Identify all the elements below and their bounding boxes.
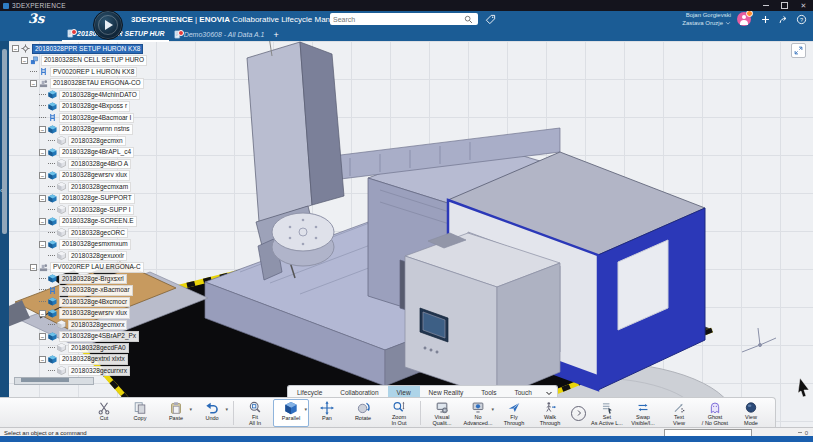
paste-button[interactable]: ▾Paste: [158, 399, 194, 427]
user-block[interactable]: Bojan Gorgievski Zastava Oruzje: [682, 11, 731, 27]
tabs-overflow-chevron[interactable]: [541, 389, 557, 397]
toolbar-button-label: All In: [249, 420, 261, 426]
tree-item[interactable]: 20180328ge4Bxposs r: [12, 101, 147, 113]
view-mode-button[interactable]: ViewMode: [733, 399, 769, 427]
expander-toggle[interactable]: −: [39, 356, 46, 363]
dropdown-arrow-icon[interactable]: ▾: [189, 406, 192, 412]
tree-connector: [39, 94, 46, 96]
tree-item[interactable]: −20180328ge4SBrAP2_Px: [12, 331, 147, 343]
set-active-button[interactable]: SetAs Active L...: [589, 399, 625, 427]
expander-toggle[interactable]: −: [12, 45, 19, 52]
minimize-button[interactable]: [756, 0, 775, 11]
tree-item[interactable]: PV0020REP L HURON KX8: [12, 66, 147, 78]
expander-toggle[interactable]: −: [39, 310, 46, 317]
tree-item[interactable]: −20180328ETAU ERGONA-CO: [12, 78, 147, 90]
tag-icon[interactable]: [484, 13, 496, 25]
tab-badge-dot: [178, 30, 184, 36]
fly-through-button[interactable]: FlyThrough: [496, 399, 532, 427]
toolbar-button-label: Paste: [169, 415, 183, 421]
tree-item[interactable]: 20180328ge4Bacmoar I: [12, 112, 147, 124]
expander-toggle[interactable]: −: [39, 195, 46, 202]
expander-toggle[interactable]: −: [30, 264, 37, 271]
expander-toggle[interactable]: −: [39, 218, 46, 225]
search-input[interactable]: [330, 14, 464, 24]
ghost-button[interactable]: Ghost/ No Ghost: [697, 399, 733, 427]
tree-item[interactable]: 20180328ge4Bxcmocr: [12, 296, 147, 308]
expand-viewport-button[interactable]: [791, 43, 806, 58]
panel-collapse-icon[interactable]: ‹: [0, 187, 2, 194]
text-view-button[interactable]: TextView: [661, 399, 697, 427]
expander-toggle[interactable]: −: [39, 333, 46, 340]
tree-item[interactable]: 20180328ge-Brgxsxrl: [12, 273, 147, 285]
3dexperience-compass[interactable]: [93, 10, 123, 40]
tree-item[interactable]: 20180328ge-xBacmoar: [12, 285, 147, 297]
tree-item[interactable]: 20180328ge-SUPP I: [12, 204, 147, 216]
expander-toggle[interactable]: −: [39, 149, 46, 156]
add-tab-button[interactable]: +: [268, 30, 283, 40]
copy-button[interactable]: Copy: [122, 399, 158, 427]
tree-item[interactable]: −PV0020REP LAU ERGONA-C: [12, 262, 147, 274]
fit-all-button[interactable]: FitAll In: [237, 399, 273, 427]
resource-icon: [48, 286, 57, 295]
tree-item[interactable]: 20180328gecurrxrx: [12, 365, 147, 377]
cut-button[interactable]: Cut: [86, 399, 122, 427]
dropdown-arrow-icon[interactable]: ▾: [491, 406, 494, 412]
3d-viewport[interactable]: −20180328PPR SETUP HURON KX8−20180328EN …: [0, 41, 813, 436]
expander-toggle[interactable]: −: [21, 57, 28, 64]
tree-item[interactable]: 20180328gecdFA0: [12, 342, 147, 354]
instance-icon: [48, 194, 57, 203]
maximize-button[interactable]: [775, 0, 794, 11]
help-icon[interactable]: [795, 13, 807, 25]
add-icon[interactable]: [759, 13, 771, 25]
tree-item-label: 20180328gecmxn: [68, 136, 126, 147]
avatar[interactable]: [737, 12, 751, 26]
swap-button[interactable]: SwapVisible/I...: [625, 399, 661, 427]
search-icon[interactable]: [464, 15, 473, 24]
tree-item[interactable]: 20180328gecORC: [12, 227, 147, 239]
toolbar-overflow-button[interactable]: [571, 406, 586, 421]
expander-toggle[interactable]: −: [39, 126, 46, 133]
tree-item[interactable]: −20180328gesmxmxum: [12, 239, 147, 251]
tree-horizontal-scrollbar[interactable]: [14, 377, 94, 385]
tree-item[interactable]: −20180328ge-SUPPORT: [12, 193, 147, 205]
scrollbar-thumb[interactable]: [2, 49, 7, 234]
tree-item[interactable]: −20180328ge-SCREEN.E: [12, 216, 147, 228]
undo-icon: [205, 401, 219, 415]
tree-item[interactable]: −20180328PPR SETUP HURON KX8: [12, 43, 147, 55]
tree-item[interactable]: 20180328gecmxam: [12, 181, 147, 193]
close-button[interactable]: ✕: [794, 0, 813, 11]
tree-item-label: 20180328gesmxmxum: [59, 239, 131, 250]
tree-item[interactable]: −20180328EN CELL SETUP HURO: [12, 55, 147, 67]
toolbar-button-label: Undo: [205, 415, 218, 421]
parallel-cube-button[interactable]: ▾Parallel: [273, 399, 309, 427]
tree-item[interactable]: −20180328gewrnn nstns: [12, 124, 147, 136]
tree-connector: [30, 71, 37, 73]
pan-button[interactable]: Pan: [309, 399, 345, 427]
rotate-button[interactable]: Rotate: [345, 399, 381, 427]
instance-icon: [48, 355, 57, 364]
dropdown-arrow-icon[interactable]: ▾: [304, 406, 307, 412]
tree-item[interactable]: −20180328ge4BrAPL_c4: [12, 147, 147, 159]
no-advanced-button[interactable]: ▾NoAdvanced...: [460, 399, 496, 427]
walk-through-button[interactable]: WalkThrough: [532, 399, 568, 427]
share-icon[interactable]: [777, 13, 789, 25]
tree-vertical-scrollbar[interactable]: ‹: [0, 41, 9, 426]
tree-item[interactable]: 20180328gexuxxlr: [12, 250, 147, 262]
tree-item[interactable]: −20180328gewrsrv xlux: [12, 308, 147, 320]
tree-item[interactable]: −20180328gextrxl xlxtx: [12, 354, 147, 366]
tree-item[interactable]: 20180328gecmxn: [12, 135, 147, 147]
expander-toggle[interactable]: −: [39, 241, 46, 248]
tree-item[interactable]: −20180328gewrsrv xlux: [12, 170, 147, 182]
document-tab[interactable]: Demo30608 - All Data A.1: [169, 28, 269, 41]
undo-button[interactable]: ▾Undo: [194, 399, 230, 427]
product-icon: [21, 44, 30, 53]
tree-item[interactable]: 20180328ge4MchInDATO: [12, 89, 147, 101]
tree-item-label: 20180328ge4SBrAP2_Px: [59, 331, 139, 342]
expander-toggle[interactable]: −: [30, 80, 37, 87]
zoom-in-out-button[interactable]: ZoomIn Out: [381, 399, 417, 427]
expander-toggle[interactable]: −: [39, 172, 46, 179]
dropdown-arrow-icon[interactable]: ▾: [225, 406, 228, 412]
tree-item[interactable]: 20180328ge4BrO A: [12, 158, 147, 170]
tree-item[interactable]: 20180328gecmxrx: [12, 319, 147, 331]
visual-quality-button[interactable]: VisualQualit...: [424, 399, 460, 427]
